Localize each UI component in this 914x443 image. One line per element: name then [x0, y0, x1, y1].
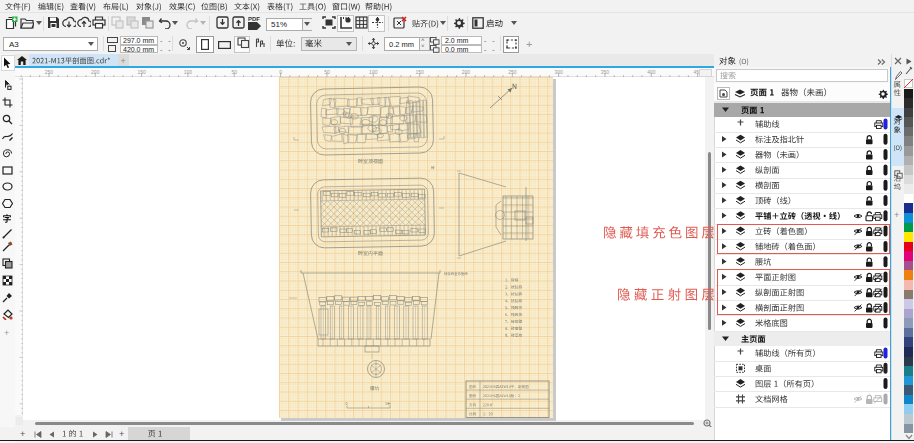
svg-text:350: 350 [601, 69, 610, 75]
svg-text:250: 250 [508, 69, 517, 75]
svg-text:300: 300 [554, 69, 563, 75]
svg-text:400: 400 [647, 69, 656, 75]
svg-text:100: 100 [369, 69, 378, 75]
svg-text:0: 0 [279, 69, 282, 75]
svg-text:250: 250 [45, 69, 54, 75]
svg-text:100: 100 [184, 69, 193, 75]
svg-text:200: 200 [462, 69, 471, 75]
svg-text:50: 50 [324, 69, 330, 75]
svg-text:150: 150 [415, 69, 424, 75]
svg-text:50: 50 [232, 69, 238, 75]
svg-text:150: 150 [137, 69, 146, 75]
svg-text:200: 200 [91, 69, 100, 75]
